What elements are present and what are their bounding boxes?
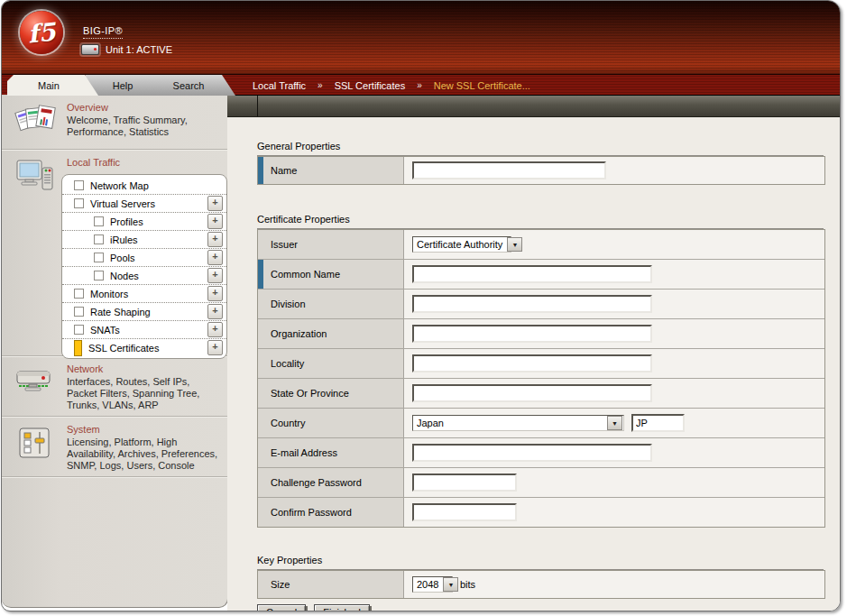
tree-item-monitors[interactable]: Monitors + xyxy=(62,285,226,303)
form-buttons: Cancel Finished xyxy=(257,604,840,611)
organization-input[interactable] xyxy=(412,325,652,343)
division-input[interactable] xyxy=(412,295,652,313)
node-square-icon xyxy=(74,180,84,190)
add-pool-button[interactable]: + xyxy=(207,250,223,265)
section-heading-general: General Properties xyxy=(257,141,824,156)
tree-item-nodes[interactable]: Nodes + xyxy=(62,267,226,285)
add-monitor-button[interactable]: + xyxy=(207,286,223,301)
sidebar-section-system[interactable]: System Licensing, Platform, High Availab… xyxy=(2,417,227,477)
add-profile-button[interactable]: + xyxy=(207,214,223,229)
breadcrumb-item-ssl-certificates[interactable]: SSL Certificates xyxy=(335,80,405,91)
email-input[interactable] xyxy=(412,444,652,462)
node-square-icon xyxy=(74,325,84,335)
sidebar-subtitle-network: Interfaces, Routes, Self IPs, Packet Fil… xyxy=(67,376,222,411)
form-row-division: Division xyxy=(258,290,824,319)
country-select[interactable]: Japan ▼ xyxy=(412,415,624,431)
sidebar-subtitle-overview: Welcome, Traffic Summary, Performance, S… xyxy=(67,115,222,138)
tree-item-virtual-servers[interactable]: Virtual Servers + xyxy=(62,195,226,213)
breadcrumb-current: New SSL Certificate... xyxy=(434,80,530,91)
challenge-password-label: Challenge Password xyxy=(271,477,362,488)
form-row-issuer: Issuer Certificate Authority ▼ xyxy=(258,230,824,260)
chevron-down-icon[interactable]: ▼ xyxy=(607,416,622,430)
tree-item-label: SSL Certificates xyxy=(88,343,159,354)
confirm-password-label: Confirm Password xyxy=(271,507,352,518)
general-properties-table: Name xyxy=(257,156,825,185)
sidebar-title-network[interactable]: Network xyxy=(67,363,103,374)
node-square-icon xyxy=(74,289,84,299)
sidebar-subtitle-system: Licensing, Platform, High Availability, … xyxy=(67,437,222,472)
locality-input[interactable] xyxy=(412,354,652,372)
tree-item-ssl-certificates[interactable]: SSL Certificates + xyxy=(62,339,226,356)
add-rate-class-button[interactable]: + xyxy=(207,304,223,319)
tree-item-pools[interactable]: Pools + xyxy=(62,249,226,267)
tree-item-label: Monitors xyxy=(90,289,128,299)
tree-item-snats[interactable]: SNATs + xyxy=(62,321,226,339)
chevron-down-icon[interactable]: ▼ xyxy=(507,237,522,252)
add-node-button[interactable]: + xyxy=(207,268,223,283)
sidebar-section-local-traffic: Local Traffic Network Map Virtual Server… xyxy=(2,150,227,356)
country-code-input[interactable] xyxy=(631,414,685,432)
form-row-name: Name xyxy=(258,157,824,184)
country-label-cell: Country xyxy=(258,409,404,437)
state-input[interactable] xyxy=(412,384,652,402)
breadcrumb-separator-icon: » xyxy=(318,80,323,90)
node-square-icon xyxy=(94,234,104,244)
sidebar-title-local-traffic[interactable]: Local Traffic xyxy=(67,157,120,168)
challenge-password-label-cell: Challenge Password xyxy=(258,468,404,497)
tab-help-label: Help xyxy=(113,80,133,91)
size-select[interactable]: 2048 ▼ xyxy=(412,576,453,593)
chevron-down-icon[interactable]: ▼ xyxy=(443,577,458,592)
reports-icon xyxy=(13,102,60,142)
finished-button[interactable]: Finished xyxy=(314,604,370,611)
locality-label-cell: Locality xyxy=(258,349,404,378)
organization-label: Organization xyxy=(271,328,327,339)
sidebar-section-network[interactable]: Network Interfaces, Routes, Self IPs, Pa… xyxy=(2,356,227,417)
name-label-cell: Name xyxy=(258,157,404,184)
email-label: E-mail Address xyxy=(271,447,337,458)
name-input[interactable] xyxy=(412,161,606,179)
issuer-label-cell: Issuer xyxy=(258,230,404,259)
node-square-icon-selected xyxy=(74,340,82,356)
form-row-state: State Or Province xyxy=(258,379,824,409)
organization-label-cell: Organization xyxy=(258,319,404,348)
common-name-input[interactable] xyxy=(412,265,652,283)
tree-item-rate-shaping[interactable]: Rate Shaping + xyxy=(62,303,226,321)
tree-item-label: iRules xyxy=(110,234,138,245)
size-select-value: 2048 xyxy=(417,579,443,590)
monitor-icon xyxy=(13,157,60,198)
node-square-icon xyxy=(94,253,104,262)
add-virtual-server-button[interactable]: + xyxy=(207,196,223,211)
country-label: Country xyxy=(271,418,306,428)
f5-logo-text: f5 xyxy=(26,17,56,48)
sidebar-section-overview[interactable]: Overview Welcome, Traffic Summary, Perfo… xyxy=(2,95,227,150)
size-unit-label: bits xyxy=(460,579,475,590)
issuer-select[interactable]: Certificate Authority ▼ xyxy=(412,236,511,253)
key-properties-table: Size 2048 ▼ bits xyxy=(257,570,825,599)
cancel-button[interactable]: Cancel xyxy=(257,604,306,611)
sidebar-title-overview[interactable]: Overview xyxy=(67,102,108,113)
tree-item-label: Network Map xyxy=(90,180,149,191)
name-label: Name xyxy=(271,165,297,176)
tree-item-profiles[interactable]: Profiles + xyxy=(62,213,226,231)
country-select-value: Japan xyxy=(417,418,448,428)
confirm-password-input[interactable] xyxy=(412,503,517,521)
issuer-select-value: Certificate Authority xyxy=(417,239,507,250)
state-label-cell: State Or Province xyxy=(258,379,404,408)
challenge-password-input[interactable] xyxy=(412,473,517,492)
local-traffic-tree: Network Map Virtual Servers + Profiles +… xyxy=(61,174,227,359)
add-snat-button[interactable]: + xyxy=(207,322,223,337)
division-label-cell: Division xyxy=(258,290,404,318)
add-ssl-certificate-button[interactable]: + xyxy=(207,340,223,355)
tab-search-label: Search xyxy=(173,80,205,91)
section-heading-key: Key Properties xyxy=(257,555,824,570)
add-irule-button[interactable]: + xyxy=(207,232,223,247)
size-label: Size xyxy=(271,579,290,590)
sidebar: Overview Welcome, Traffic Summary, Perfo… xyxy=(2,95,228,608)
tab-main[interactable]: Main xyxy=(7,75,98,96)
sidebar-filler xyxy=(2,477,227,607)
breadcrumb-item-local-traffic[interactable]: Local Traffic xyxy=(253,80,306,91)
tree-item-network-map[interactable]: Network Map xyxy=(62,177,226,195)
app-window: f5 BIG-IP® Unit 1: ACTIVE Main Help Sear… xyxy=(1,0,841,611)
sidebar-title-system[interactable]: System xyxy=(67,424,100,435)
tree-item-irules[interactable]: iRules + xyxy=(62,231,226,249)
